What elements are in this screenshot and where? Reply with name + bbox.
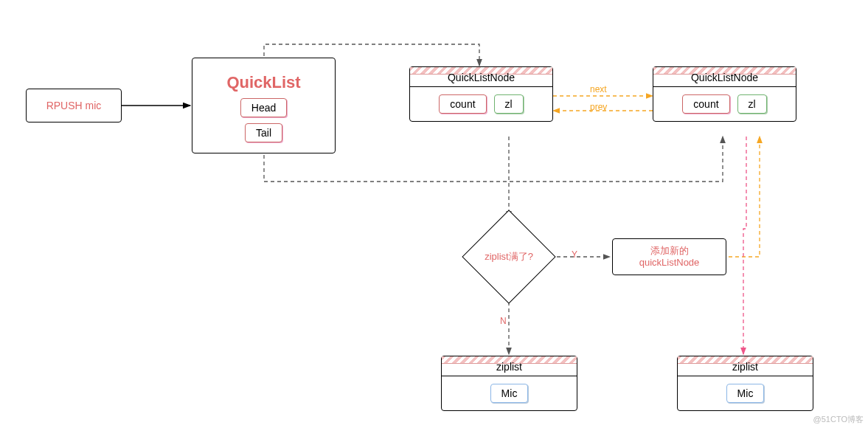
ziplist1-item: Mic [490, 384, 529, 403]
ziplist2-item: Mic [726, 384, 765, 403]
rpush-command-box: RPUSH mic [26, 89, 122, 122]
ziplist2-title: ziplist [732, 361, 758, 373]
node1-title: QuickListNode [448, 72, 515, 83]
watermark: @51CTO博客 [813, 414, 864, 425]
quicklist-box: QuickList Head Tail [192, 58, 336, 153]
ziplist-1: ziplist Mic [441, 356, 577, 411]
node1-count: count [439, 94, 486, 114]
quicklist-node-2: QuickListNode count zl [653, 66, 796, 122]
prev-label: prev [590, 102, 607, 112]
quicklist-node-1: QuickListNode count zl [409, 66, 553, 122]
node2-title-row: QuickListNode [653, 67, 796, 87]
decision-n: N [500, 316, 507, 326]
node1-zl: zl [494, 94, 524, 114]
add-node-box: 添加新的 quickListNode [612, 238, 726, 275]
decision-diamond: ziplist满了? [462, 210, 555, 303]
quicklist-tail: Tail [245, 123, 282, 142]
node2-count: count [682, 94, 729, 114]
ziplist1-title-row: ziplist [442, 356, 577, 376]
node2-title: QuickListNode [691, 72, 758, 83]
ziplist1-title: ziplist [496, 361, 522, 373]
ziplist2-title-row: ziplist [678, 356, 813, 376]
quicklist-title: QuickList [226, 73, 300, 92]
addnode-line1: 添加新的 [650, 245, 689, 257]
addnode-line2: quickListNode [639, 257, 700, 269]
node1-title-row: QuickListNode [410, 67, 552, 87]
ziplist-2: ziplist Mic [677, 356, 813, 411]
decision-y: Y [572, 249, 577, 260]
rpush-command-text: RPUSH mic [46, 100, 102, 111]
next-label: next [590, 84, 607, 94]
node2-zl: zl [737, 94, 767, 114]
quicklist-head: Head [240, 98, 287, 117]
decision-text: ziplist满了? [485, 250, 533, 263]
